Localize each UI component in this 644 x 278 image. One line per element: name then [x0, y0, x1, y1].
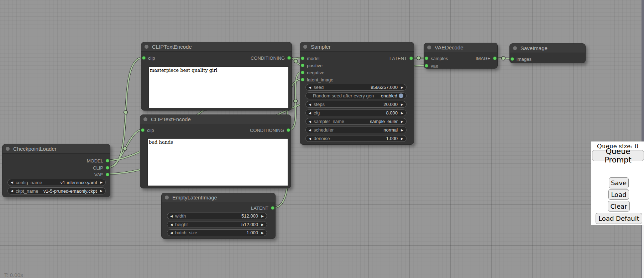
output-slot-conditioning[interactable]: CONDITIONING [250, 127, 290, 134]
node-vae-decode[interactable]: VAEDecode samples vae IMAGE [424, 43, 498, 69]
widget-height[interactable]: ◀ height 512.000 ▶ [167, 221, 267, 228]
input-slot-vae[interactable]: vae [425, 62, 438, 69]
right-arrow-icon[interactable]: ▶ [401, 111, 403, 115]
left-arrow-icon[interactable]: ◀ [309, 137, 311, 140]
widget-scheduler[interactable]: ◀ scheduler normal ▶ [305, 127, 407, 133]
right-arrow-icon[interactable]: ▶ [261, 214, 264, 218]
widget-denoise[interactable]: ◀ denoise 1.000 ▶ [305, 135, 407, 142]
output-slot-image[interactable]: IMAGE [476, 55, 497, 62]
slot-dot-icon[interactable] [287, 56, 291, 60]
slot-dot-icon[interactable] [301, 57, 304, 60]
right-arrow-icon[interactable]: ▶ [100, 181, 103, 184]
right-arrow-icon[interactable]: ▶ [261, 231, 264, 235]
slot-dot-icon[interactable] [106, 173, 109, 176]
node-title-bar[interactable]: Sampler [300, 42, 414, 52]
left-arrow-icon[interactable]: ◀ [309, 86, 311, 89]
output-slot-conditioning[interactable]: CONDITIONING [251, 54, 291, 62]
slot-dot-icon[interactable] [425, 64, 428, 68]
left-arrow-icon[interactable]: ◀ [11, 181, 13, 184]
input-slot-latent-image[interactable]: latent_image [301, 76, 333, 83]
node-title-bar[interactable]: CLIPTextEncode [140, 115, 291, 124]
output-slot-vae[interactable]: VAE [94, 171, 109, 178]
node-sampler[interactable]: Sampler model positive negative latent_i… [300, 42, 414, 145]
node-clip-text-encode-negative[interactable]: CLIPTextEncode clip CONDITIONING bad han… [140, 114, 291, 188]
slot-dot-icon[interactable] [141, 128, 145, 132]
widget-label: ckpt_name [16, 188, 41, 194]
node-checkpoint-loader[interactable]: CheckpointLoader MODEL CLIP VAE ◀ config… [2, 144, 110, 197]
left-arrow-icon[interactable]: ◀ [170, 214, 173, 218]
negative-prompt-textarea[interactable]: bad hands [147, 138, 288, 186]
load-button[interactable]: Load [608, 189, 629, 200]
collapse-dot-icon[interactable] [143, 117, 147, 121]
slot-dot-icon[interactable] [142, 56, 146, 60]
slot-dot-icon[interactable] [106, 159, 109, 162]
scrollbar-track[interactable] [642, 0, 644, 278]
left-arrow-icon[interactable]: ◀ [170, 223, 173, 226]
node-title-bar[interactable]: CLIPTextEncode [141, 42, 292, 52]
slot-dot-icon[interactable] [301, 71, 304, 74]
left-arrow-icon[interactable]: ◀ [309, 103, 311, 106]
widget-cfg[interactable]: ◀ cfg 8.000 ▶ [305, 109, 407, 116]
right-arrow-icon[interactable]: ▶ [401, 86, 403, 89]
collapse-dot-icon[interactable] [427, 46, 431, 49]
node-title-bar[interactable]: SaveImage [510, 44, 585, 53]
input-slot-clip[interactable]: clip [141, 127, 154, 134]
left-arrow-icon[interactable]: ◀ [170, 231, 173, 235]
slot-dot-icon[interactable] [511, 57, 514, 61]
widget-sampler-name[interactable]: ◀ sampler_name sample_euler ▶ [305, 118, 407, 125]
slot-dot-icon[interactable] [271, 206, 274, 210]
widget-seed[interactable]: ◀ seed 8566257.000 ▶ [305, 84, 407, 91]
input-slot-negative[interactable]: negative [301, 69, 324, 76]
output-slot-latent[interactable]: LATENT [251, 204, 274, 212]
output-slot-clip[interactable]: CLIP [93, 164, 109, 171]
load-default-button[interactable]: Load Default [596, 213, 642, 224]
slot-dot-icon[interactable] [493, 57, 497, 60]
input-slot-positive[interactable]: positive [301, 62, 323, 69]
widget-width[interactable]: ◀ width 512.000 ▶ [167, 213, 267, 219]
widget-random-seed-toggle[interactable]: Random seed after every gen enabled [305, 92, 407, 99]
collapse-dot-icon[interactable] [6, 147, 10, 151]
slot-dot-icon[interactable] [301, 78, 304, 81]
queue-prompt-button[interactable]: Queue Prompt [592, 150, 644, 161]
left-arrow-icon[interactable]: ◀ [309, 111, 311, 115]
widget-config-name[interactable]: ◀ config_name v1-inference.yaml ▶ [7, 179, 106, 186]
slot-dot-icon[interactable] [409, 57, 413, 60]
node-save-image[interactable]: SaveImage images [509, 43, 586, 63]
right-arrow-icon[interactable]: ▶ [261, 223, 264, 226]
slot-dot-icon[interactable] [287, 128, 290, 132]
right-arrow-icon[interactable]: ▶ [401, 137, 403, 140]
left-arrow-icon[interactable]: ◀ [309, 120, 311, 123]
right-arrow-icon[interactable]: ▶ [401, 120, 403, 123]
collapse-dot-icon[interactable] [165, 196, 169, 199]
save-button[interactable]: Save [609, 177, 629, 188]
collapse-dot-icon[interactable] [513, 46, 517, 50]
positive-prompt-textarea[interactable]: masterpiece best quality girl [148, 66, 289, 108]
right-arrow-icon[interactable]: ▶ [100, 189, 103, 193]
input-slot-images[interactable]: images [511, 55, 532, 63]
node-empty-latent-image[interactable]: EmptyLatentImage LATENT ◀ width 512.000 … [161, 193, 276, 239]
widget-ckpt-name[interactable]: ◀ ckpt_name v1-5-pruned-emaonly.ckpt ▶ [7, 187, 106, 194]
scrollbar-thumb[interactable] [642, 0, 644, 141]
slot-dot-icon[interactable] [301, 64, 304, 67]
slot-dot-icon[interactable] [106, 166, 109, 170]
input-slot-model[interactable]: model [301, 55, 319, 62]
output-slot-latent[interactable]: LATENT [389, 55, 413, 62]
node-title-bar[interactable]: CheckpointLoader [2, 144, 110, 154]
clear-button[interactable]: Clear [608, 201, 630, 212]
left-arrow-icon[interactable]: ◀ [309, 128, 311, 132]
toggle-circle-icon[interactable] [399, 93, 403, 98]
input-slot-clip[interactable]: clip [142, 54, 155, 62]
widget-batch-size[interactable]: ◀ batch_size 1.000 ▶ [167, 229, 267, 236]
node-title-bar[interactable]: VAEDecode [424, 43, 497, 52]
node-clip-text-encode-positive[interactable]: CLIPTextEncode clip CONDITIONING masterp… [141, 42, 292, 111]
node-title-bar[interactable]: EmptyLatentImage [162, 193, 275, 202]
right-arrow-icon[interactable]: ▶ [401, 128, 403, 132]
input-slot-samples[interactable]: samples [425, 55, 448, 62]
output-slot-model[interactable]: MODEL [87, 157, 109, 164]
collapse-dot-icon[interactable] [303, 45, 307, 49]
widget-steps[interactable]: ◀ steps 20.000 ▶ [305, 101, 407, 108]
left-arrow-icon[interactable]: ◀ [11, 189, 13, 193]
right-arrow-icon[interactable]: ▶ [401, 103, 403, 106]
collapse-dot-icon[interactable] [145, 45, 148, 49]
slot-dot-icon[interactable] [425, 57, 428, 60]
